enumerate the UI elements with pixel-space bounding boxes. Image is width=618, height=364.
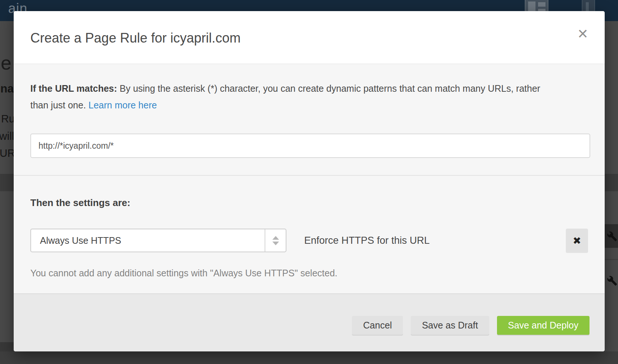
- background-text-fragment: Ru: [1, 113, 15, 125]
- dimmed-table-header-band: [0, 174, 14, 191]
- modal-header: Create a Page Rule for icyapril.com ✕: [14, 11, 605, 64]
- learn-more-link[interactable]: Learn more here: [88, 100, 157, 110]
- background-text-fragment: will: [0, 130, 14, 142]
- setting-row: Always Use HTTPS Enforce HTTPS for this …: [30, 229, 588, 252]
- settings-heading: Then the settings are:: [30, 197, 588, 209]
- url-pattern-input[interactable]: [30, 134, 590, 158]
- cancel-button[interactable]: Cancel: [352, 316, 403, 335]
- setting-description: Enforce HTTPS for this URL: [304, 235, 430, 246]
- background-text-fragment: UR: [0, 147, 15, 159]
- create-page-rule-modal: Create a Page Rule for icyapril.com ✕ If…: [14, 11, 605, 351]
- settings-section: Then the settings are: Always Use HTTPS …: [14, 176, 605, 279]
- background-text-fragment: e: [1, 52, 11, 74]
- close-icon[interactable]: ✕: [577, 27, 588, 41]
- modal-footer: Cancel Save as Draft Save and Deploy: [14, 293, 605, 351]
- modal-title: Create a Page Rule for icyapril.com: [30, 30, 241, 46]
- save-as-draft-button[interactable]: Save as Draft: [411, 316, 489, 335]
- url-match-section: If the URL matches: By using the asteris…: [14, 64, 605, 158]
- url-match-description: If the URL matches: By using the asteris…: [30, 80, 560, 114]
- divider: [605, 259, 618, 260]
- dimmed-page-bottom-band: [0, 342, 14, 351]
- x-icon: ✖: [573, 235, 581, 246]
- chevron-up-down-icon: [265, 229, 286, 252]
- setting-note: You cannot add any additional settings w…: [30, 268, 588, 279]
- remove-setting-button[interactable]: ✖: [566, 229, 588, 252]
- dimmed-page-bottom: [0, 351, 618, 364]
- wrench-icon: [605, 271, 618, 290]
- screen: ain. e nav Ru will UR Create a Page Rule…: [0, 0, 618, 364]
- setting-select-value: Always Use HTTPS: [31, 229, 265, 252]
- wrench-icon: [605, 224, 618, 248]
- dimmed-table-header-band: [605, 174, 618, 191]
- save-and-deploy-button[interactable]: Save and Deploy: [497, 316, 590, 335]
- url-match-description-bold: If the URL matches:: [30, 83, 117, 94]
- setting-select[interactable]: Always Use HTTPS: [30, 229, 286, 252]
